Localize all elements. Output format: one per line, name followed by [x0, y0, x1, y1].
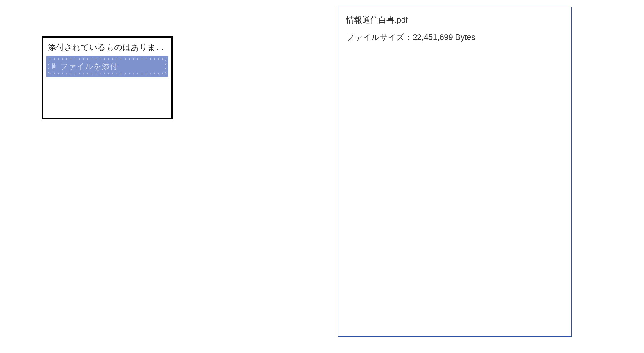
attachment-panel: 添付されているものはありませ... ファイルを添付 — [42, 36, 173, 119]
file-size-value: 22,451,699 Bytes — [413, 33, 475, 42]
file-details-panel: 情報通信白書.pdf ファイルサイズ：22,451,699 Bytes — [338, 7, 572, 337]
attach-file-button-label: ファイルを添付 — [60, 61, 118, 72]
attach-file-button[interactable]: ファイルを添付 — [46, 56, 168, 77]
file-size-label: ファイルサイズ： — [346, 33, 413, 42]
file-size-row: ファイルサイズ：22,451,699 Bytes — [346, 32, 564, 43]
file-name-text: 情報通信白書.pdf — [346, 15, 564, 25]
paperclip-icon — [51, 62, 57, 71]
page-root: 添付されているものはありませ... ファイルを添付 情報通信白書.pdf ファイ… — [0, 0, 644, 353]
attachment-empty-message: 添付されているものはありませ... — [43, 38, 171, 56]
